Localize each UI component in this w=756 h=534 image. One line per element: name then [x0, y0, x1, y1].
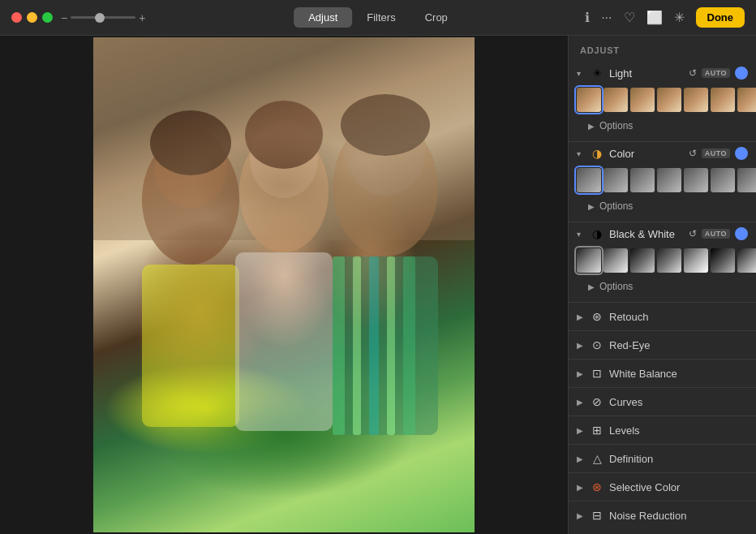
light-label: Light: [609, 67, 684, 80]
panel-title: ADJUST: [569, 36, 756, 62]
more-icon[interactable]: ···: [601, 11, 612, 25]
maximize-button[interactable]: [42, 12, 53, 23]
color-toggle[interactable]: [735, 147, 748, 160]
thumb-2[interactable]: [630, 88, 655, 112]
selective-color-label: Selective Color: [609, 481, 680, 493]
svg-point-3: [150, 110, 231, 175]
bw-reset-icon[interactable]: ↺: [689, 228, 697, 239]
color-options[interactable]: ▶ Options: [569, 197, 756, 217]
red-eye-chevron: ▶: [577, 341, 585, 350]
selective-color-section[interactable]: ▶ ⊛ Selective Color: [569, 472, 756, 501]
bw-auto-badge[interactable]: AUTO: [702, 229, 730, 239]
bw-options[interactable]: ▶ Options: [569, 278, 756, 297]
light-options[interactable]: ▶ Options: [569, 117, 756, 136]
right-panel: ADJUST ▾ ☀ Light ↺ AUTO: [568, 36, 756, 534]
color-thumb-5[interactable]: [711, 168, 735, 192]
color-thumb-2[interactable]: [630, 168, 655, 192]
svg-point-11: [341, 94, 430, 156]
zoom-slider-area: − +: [61, 12, 145, 24]
color-thumb-3[interactable]: [657, 168, 681, 192]
definition-section[interactable]: ▶ △ Definition: [569, 444, 756, 472]
photo-svg: [93, 37, 475, 532]
bw-options-chevron: ▶: [588, 282, 595, 291]
thumb-6[interactable]: [737, 88, 756, 112]
color-controls: ↺ AUTO: [689, 147, 748, 160]
light-options-chevron: ▶: [588, 122, 595, 131]
color-chevron: ▾: [577, 149, 585, 158]
bw-thumb-5[interactable]: [711, 248, 735, 273]
bw-thumb-4[interactable]: [684, 248, 708, 273]
color-thumb-4[interactable]: [684, 168, 708, 192]
zoom-plus[interactable]: +: [139, 12, 145, 24]
levels-section[interactable]: ▶ ⊞ Levels: [569, 416, 756, 444]
light-auto-badge[interactable]: AUTO: [702, 68, 730, 78]
tab-crop[interactable]: Crop: [410, 7, 462, 28]
color-header[interactable]: ▾ ◑ Color ↺ AUTO: [569, 142, 756, 165]
svg-rect-13: [333, 256, 345, 435]
retouch-section[interactable]: ▶ ⊛ Retouch: [569, 303, 756, 330]
retouch-chevron: ▶: [577, 312, 585, 321]
light-toggle[interactable]: [735, 67, 748, 80]
thumb-4[interactable]: [684, 88, 708, 112]
bw-thumb-1[interactable]: [604, 248, 628, 273]
sparkle-icon[interactable]: ✳: [674, 10, 685, 25]
zoom-slider[interactable]: [71, 16, 135, 19]
svg-rect-15: [369, 256, 379, 435]
curves-label: Curves: [609, 396, 642, 408]
svg-rect-8: [235, 252, 333, 431]
bw-thumb-3[interactable]: [657, 248, 681, 273]
photo-image: [93, 37, 475, 532]
light-section: ▾ ☀ Light ↺ AUTO ▶ Options: [569, 62, 756, 142]
curves-section[interactable]: ▶ ⊘ Curves: [569, 387, 756, 416]
color-label: Color: [609, 148, 684, 160]
light-reset-icon[interactable]: ↺: [689, 67, 697, 79]
done-button[interactable]: Done: [696, 7, 745, 28]
color-thumb-0[interactable]: [577, 168, 601, 192]
svg-rect-4: [142, 265, 239, 427]
color-thumb-1[interactable]: [604, 168, 628, 192]
red-eye-section[interactable]: ▶ ⊙ Red-Eye: [569, 330, 756, 359]
bw-header[interactable]: ▾ ◑ Black & White ↺ AUTO: [569, 222, 756, 245]
red-eye-icon: ⊙: [590, 338, 604, 351]
color-thumb-6[interactable]: [737, 168, 756, 192]
light-controls: ↺ AUTO: [689, 67, 748, 80]
color-options-label: Options: [599, 200, 633, 212]
traffic-lights: [11, 12, 53, 23]
white-balance-section[interactable]: ▶ ⊡ White Balance: [569, 359, 756, 387]
levels-chevron: ▶: [577, 426, 585, 435]
light-chevron: ▾: [577, 69, 585, 78]
info-icon[interactable]: ℹ: [585, 10, 590, 25]
selective-color-icon: ⊛: [590, 480, 604, 493]
bw-thumb-2[interactable]: [630, 248, 655, 273]
noise-reduction-section[interactable]: ▶ ⊟ Noise Reduction: [569, 501, 756, 529]
definition-label: Definition: [609, 453, 653, 465]
zoom-thumb: [95, 13, 105, 23]
noise-reduction-label: Noise Reduction: [609, 510, 686, 522]
crop-rotate-icon[interactable]: ⬜: [646, 10, 663, 25]
zoom-minus[interactable]: −: [61, 12, 67, 24]
bw-thumb-6[interactable]: [737, 248, 756, 273]
definition-chevron: ▶: [577, 454, 585, 463]
noise-reduction-icon: ⊟: [590, 509, 604, 522]
minimize-button[interactable]: [27, 12, 37, 23]
bw-toggle[interactable]: [735, 227, 748, 240]
toolbar-right: ℹ ··· ♡ ⬜ ✳ Done: [585, 7, 745, 28]
thumb-1[interactable]: [604, 88, 628, 112]
color-icon: ◑: [590, 147, 604, 160]
thumb-0[interactable]: [577, 88, 601, 112]
close-button[interactable]: [11, 12, 22, 23]
main-content: ADJUST ▾ ☀ Light ↺ AUTO: [0, 36, 756, 534]
bw-thumbnails: [569, 245, 756, 278]
definition-icon: △: [590, 452, 604, 465]
thumb-3[interactable]: [657, 88, 681, 112]
svg-point-7: [245, 101, 323, 169]
light-header[interactable]: ▾ ☀ Light ↺ AUTO: [569, 62, 756, 84]
color-reset-icon[interactable]: ↺: [689, 148, 697, 159]
color-auto-badge[interactable]: AUTO: [702, 149, 730, 158]
heart-icon[interactable]: ♡: [624, 10, 635, 25]
tab-filters[interactable]: Filters: [352, 7, 410, 28]
bw-thumb-0[interactable]: [577, 248, 601, 273]
thumb-5[interactable]: [711, 88, 735, 112]
tab-adjust[interactable]: Adjust: [294, 7, 352, 28]
white-balance-icon: ⊡: [590, 367, 604, 380]
